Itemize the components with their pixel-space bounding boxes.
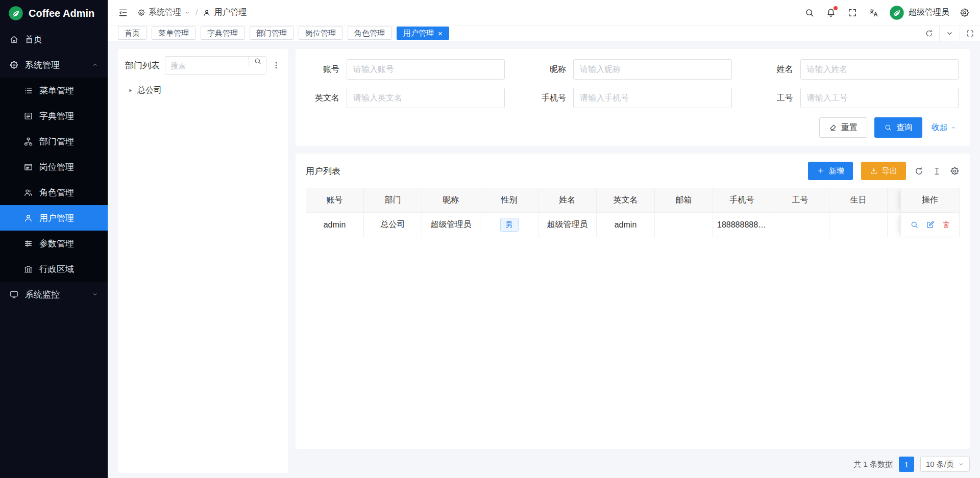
sidebar-item-system-monitor[interactable]: 系统监控 xyxy=(0,282,108,307)
sidebar-item-dict-management[interactable]: 字典管理 xyxy=(0,103,108,129)
sidebar-item-label: 角色管理 xyxy=(39,187,74,198)
home-icon xyxy=(9,35,19,44)
filter-input-phone[interactable] xyxy=(573,88,731,108)
filter-field-phone: 手机号 xyxy=(533,88,731,108)
breadcrumb-gear-icon xyxy=(137,9,145,17)
table-refresh-icon[interactable] xyxy=(914,166,924,176)
tabbar-tab-options-icon[interactable] xyxy=(939,26,960,41)
tab-role-management[interactable]: 角色管理 xyxy=(348,27,391,40)
delete-icon[interactable] xyxy=(942,220,950,229)
filter-input-job-number[interactable] xyxy=(800,88,959,108)
cell-department: 总公司 xyxy=(364,213,422,237)
sidebar-item-param-management[interactable]: 参数管理 xyxy=(0,231,108,256)
sidebar: Coffee Admin 首页系统管理菜单管理字典管理部门管理岗位管理角色管理用… xyxy=(0,0,108,478)
tab-dept-management[interactable]: 部门管理 xyxy=(250,27,293,40)
filter-input-nickname[interactable] xyxy=(573,59,731,80)
sidebar-item-label: 系统管理 xyxy=(25,59,60,71)
pagination: 共 1 条数据 1 10 条/页 xyxy=(296,457,970,473)
tab-label: 字典管理 xyxy=(207,29,238,38)
breadcrumb-system-management[interactable]: 系统管理 xyxy=(137,7,190,18)
tab-close-icon[interactable]: × xyxy=(438,30,443,37)
topbar-search-icon[interactable] xyxy=(804,8,815,18)
list-icon xyxy=(23,86,33,95)
tabbar-refresh-icon[interactable] xyxy=(919,26,939,41)
edit-icon[interactable] xyxy=(926,220,935,229)
topbar-translate-icon[interactable] xyxy=(869,8,879,18)
sidebar-item-label: 行政区域 xyxy=(39,263,74,275)
search-button-label: 查询 xyxy=(896,122,913,133)
cell-gender: 男 xyxy=(480,213,538,237)
sidebar-item-label: 字典管理 xyxy=(39,110,74,122)
sidebar-item-role-management[interactable]: 角色管理 xyxy=(0,180,108,205)
sidebar-item-region-management[interactable]: 行政区域 xyxy=(0,256,108,282)
role-icon xyxy=(23,188,33,197)
row-actions xyxy=(905,220,955,229)
export-button[interactable]: 导出 xyxy=(861,162,906,180)
column-job-number: 工号 xyxy=(771,188,829,213)
filter-input-name[interactable] xyxy=(800,59,959,80)
filter-actions: 重置 查询 收起 xyxy=(307,117,959,138)
collapse-button[interactable]: 收起 xyxy=(929,117,959,138)
column-name: 姓名 xyxy=(538,188,597,213)
sidebar-item-system-management[interactable]: 系统管理 xyxy=(0,52,108,78)
settings-gear-icon[interactable] xyxy=(960,8,970,18)
submenu-system-management: 菜单管理字典管理部门管理岗位管理角色管理用户管理参数管理行政区域 xyxy=(0,78,108,282)
tab-label: 部门管理 xyxy=(256,29,287,38)
sidebar-item-post-management[interactable]: 岗位管理 xyxy=(0,154,108,180)
tab-label: 用户管理 xyxy=(403,29,434,38)
page-size-select[interactable]: 10 条/页 xyxy=(920,457,970,472)
user-chip[interactable]: 超级管理员 xyxy=(889,5,949,20)
export-button-label: 导出 xyxy=(882,166,897,176)
monitor-icon xyxy=(9,290,19,299)
add-button-label: 新增 xyxy=(829,166,844,176)
dept-more-icon[interactable] xyxy=(272,61,281,70)
tab-menu-management[interactable]: 菜单管理 xyxy=(152,27,195,40)
sidebar-menu: 首页系统管理菜单管理字典管理部门管理岗位管理角色管理用户管理参数管理行政区域系统… xyxy=(0,27,108,478)
tree-item-head-office[interactable]: 总公司 xyxy=(127,82,279,99)
page-size-value: 10 条/页 xyxy=(926,460,954,469)
search-button[interactable]: 查询 xyxy=(874,117,922,138)
tab-home[interactable]: 首页 xyxy=(118,27,146,40)
pagination-page-1[interactable]: 1 xyxy=(899,457,914,472)
collapse-button-label: 收起 xyxy=(932,122,948,133)
content-area: 部门列表 总公司 账号昵称姓名英文名手机号工号 重置 xyxy=(108,41,980,478)
filter-label-english-name: 英文名 xyxy=(307,93,339,104)
collapse-chevron-icon xyxy=(950,124,957,131)
chevron-down-icon xyxy=(91,291,99,298)
topbar-fullscreen-icon[interactable] xyxy=(847,8,857,18)
sidebar-item-menu-management[interactable]: 菜单管理 xyxy=(0,78,108,103)
sidebar-item-label: 部门管理 xyxy=(39,136,74,147)
tab-post-management[interactable]: 岗位管理 xyxy=(299,27,342,40)
tabbar: 首页菜单管理字典管理部门管理岗位管理角色管理用户管理× xyxy=(108,25,980,41)
tab-label: 角色管理 xyxy=(354,29,385,38)
user-avatar[interactable] xyxy=(889,5,904,20)
dept-search-input[interactable] xyxy=(165,57,249,74)
sidebar-item-user-management[interactable]: 用户管理 xyxy=(0,205,108,231)
add-button[interactable]: 新增 xyxy=(808,162,853,180)
filter-field-name: 姓名 xyxy=(761,59,959,80)
reset-button[interactable]: 重置 xyxy=(819,117,867,138)
tabbar-maximize-icon[interactable] xyxy=(960,26,980,41)
table-column-settings-icon[interactable] xyxy=(950,166,960,176)
tab-dict-management[interactable]: 字典管理 xyxy=(201,27,244,40)
filter-label-name: 姓名 xyxy=(761,64,793,75)
table-scroll-area[interactable]: 账号部门昵称性别姓名英文名邮箱手机号工号生日操作 admin总公司超级管理员男超… xyxy=(306,188,960,441)
sidebar-item-dept-management[interactable]: 部门管理 xyxy=(0,129,108,154)
filter-input-account[interactable] xyxy=(347,59,505,80)
view-icon[interactable] xyxy=(910,220,919,229)
table-tool-icons xyxy=(914,166,960,176)
param-icon xyxy=(23,239,33,248)
table-density-icon[interactable] xyxy=(932,166,942,176)
sidebar-item-home[interactable]: 首页 xyxy=(0,27,108,52)
sidebar-collapse-icon[interactable] xyxy=(118,8,128,18)
column-english-name: 英文名 xyxy=(597,188,655,213)
topbar-notifications-icon[interactable] xyxy=(826,8,836,18)
coffee-logo-icon xyxy=(8,6,23,21)
dept-search-icon[interactable] xyxy=(249,57,266,66)
cell-nickname: 超级管理员 xyxy=(422,213,480,237)
user-table-card: 用户列表 新增 导出 xyxy=(296,154,970,449)
dict-icon xyxy=(23,111,33,121)
filter-input-english-name[interactable] xyxy=(347,88,505,108)
tab-user-management[interactable]: 用户管理× xyxy=(397,27,449,40)
column-gender: 性别 xyxy=(480,188,538,213)
